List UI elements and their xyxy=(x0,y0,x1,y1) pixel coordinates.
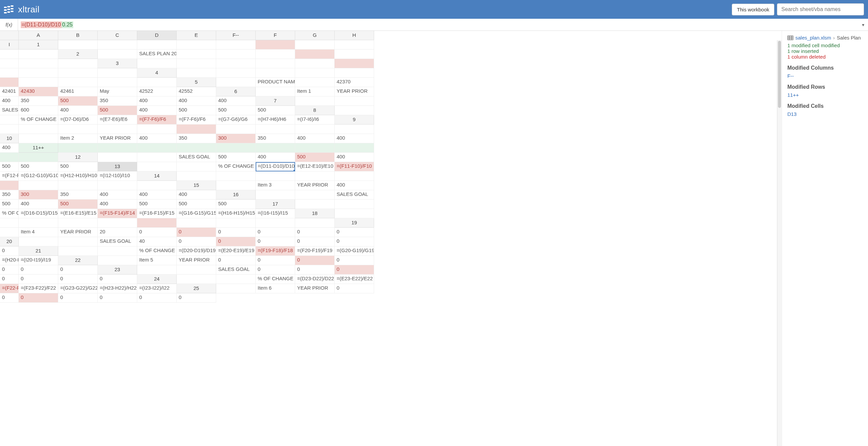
grid-cell[interactable] xyxy=(98,218,137,228)
row-header[interactable]: 1 xyxy=(19,40,58,50)
grid-cell[interactable] xyxy=(216,124,256,134)
grid-cell[interactable]: % OF CHANGE xyxy=(256,274,295,284)
row-header[interactable]: 18 xyxy=(295,209,335,218)
grid-cell[interactable]: 0 xyxy=(256,228,295,237)
grid-cell[interactable]: =(F16-F15)/F15 xyxy=(137,209,177,218)
grid-cell[interactable]: 500 xyxy=(58,96,98,106)
scrollbar-thumb[interactable] xyxy=(778,41,781,108)
grid-cell[interactable] xyxy=(177,162,216,172)
grid-cell[interactable] xyxy=(256,143,295,153)
grid-cell[interactable]: =(G12-G10)/G10 xyxy=(19,172,58,181)
grid-cell[interactable] xyxy=(137,124,177,134)
grid-cell[interactable]: 500 xyxy=(58,162,98,172)
grid-cell[interactable]: =(D23-D22)/D22 xyxy=(295,274,335,284)
grid-cell[interactable] xyxy=(98,68,137,78)
grid-cell[interactable]: =(I16-I15)/I15 xyxy=(256,209,295,218)
grid-cell[interactable]: 0 xyxy=(0,246,19,256)
grid-cell[interactable]: 400 xyxy=(177,96,216,106)
grid-cell[interactable]: 500 xyxy=(216,153,256,162)
grid-cell[interactable]: 350 xyxy=(19,96,58,106)
grid-cell[interactable] xyxy=(295,50,335,59)
grid-cell[interactable] xyxy=(256,68,295,78)
grid-cell[interactable]: 500 xyxy=(58,200,98,209)
grid-cell[interactable] xyxy=(19,218,58,228)
grid-cell[interactable]: 0 xyxy=(137,228,177,237)
grid-cell[interactable] xyxy=(256,124,295,134)
grid-cell[interactable] xyxy=(58,218,98,228)
row-header[interactable]: 7 xyxy=(256,96,295,106)
column-header[interactable]: A xyxy=(19,31,58,40)
grid-cell[interactable] xyxy=(98,143,137,153)
grid-cell[interactable]: 0 xyxy=(98,274,137,284)
grid-cell[interactable]: Item 1 xyxy=(295,87,335,96)
grid-cell[interactable] xyxy=(98,40,137,50)
grid-cell[interactable]: SALES PLAN 20 xyxy=(137,50,177,59)
grid-cell[interactable]: 42430 xyxy=(19,87,58,96)
grid-cell[interactable]: =(F15-F14)/F14 xyxy=(98,209,137,218)
grid-cell[interactable]: 400 xyxy=(137,134,177,143)
grid-cell[interactable]: Item 6 xyxy=(256,284,295,293)
grid-cell[interactable]: Item 5 xyxy=(137,256,177,265)
grid-cell[interactable] xyxy=(216,50,256,59)
grid-cell[interactable]: =(D16-D15)/D15 xyxy=(19,209,58,218)
row-header[interactable]: 9 xyxy=(335,115,374,124)
grid-cell[interactable] xyxy=(137,143,177,153)
grid-cell[interactable]: 0 xyxy=(335,228,374,237)
row-header[interactable]: 15 xyxy=(177,181,216,190)
grid-cell[interactable] xyxy=(58,143,98,153)
row-header[interactable]: 24 xyxy=(137,274,177,284)
grid-cell[interactable] xyxy=(295,59,335,68)
grid-cell[interactable] xyxy=(177,265,216,274)
grid-cell[interactable] xyxy=(58,40,98,50)
grid-cell[interactable] xyxy=(335,200,374,209)
grid-cell[interactable]: 350 xyxy=(0,190,19,200)
modified-row-link[interactable]: 11++ xyxy=(787,92,863,98)
grid-cell[interactable]: =(I12-I10)/I10 xyxy=(98,172,137,181)
grid-cell[interactable]: =(F23-F22)/F22 xyxy=(19,284,58,293)
grid-cell[interactable] xyxy=(0,50,19,59)
grid-cell[interactable] xyxy=(295,40,335,50)
grid-cell[interactable] xyxy=(216,59,256,68)
grid-cell[interactable] xyxy=(216,40,256,50)
grid-cell[interactable]: 0 xyxy=(295,256,335,265)
grid-cell[interactable] xyxy=(295,190,335,200)
grid-cell[interactable]: 0 xyxy=(137,293,177,303)
grid-cell[interactable]: 400 xyxy=(0,96,19,106)
grid-cell[interactable] xyxy=(137,218,177,228)
grid-cell[interactable]: =(F22-F21)/F21 xyxy=(0,284,19,293)
grid-cell[interactable]: =(H16-H15)/H15 xyxy=(216,209,256,218)
grid-cell[interactable] xyxy=(335,124,374,134)
grid-cell[interactable]: =(H23-H22)/H22 xyxy=(98,284,137,293)
grid-cell[interactable] xyxy=(335,209,374,218)
grid-cell[interactable]: 0 xyxy=(335,265,374,274)
grid-cell[interactable]: =(H20-H19)/H19 xyxy=(0,256,19,265)
grid-cell[interactable]: 0 xyxy=(295,265,335,274)
grid-cell[interactable] xyxy=(177,218,216,228)
grid-cell[interactable]: 500 xyxy=(0,162,19,172)
grid-cell[interactable] xyxy=(0,153,19,162)
grid-cell[interactable]: May xyxy=(98,87,137,96)
grid-cell[interactable] xyxy=(58,181,98,190)
row-header[interactable]: 14 xyxy=(137,172,177,181)
grid-cell[interactable] xyxy=(335,50,374,59)
grid-cell[interactable] xyxy=(335,172,374,181)
grid-cell[interactable] xyxy=(98,124,137,134)
grid-cell[interactable]: 400 xyxy=(137,106,177,115)
grid-cell[interactable]: 500 xyxy=(98,106,137,115)
grid-cell[interactable]: 500 xyxy=(295,153,335,162)
column-header[interactable]: F xyxy=(256,31,295,40)
grid-cell[interactable] xyxy=(256,40,295,50)
grid-cell[interactable]: % OF CHANGE xyxy=(216,162,256,172)
grid-cell[interactable] xyxy=(335,96,374,106)
grid-cell[interactable]: =(E23-E22)/E22 xyxy=(335,274,374,284)
grid-cell[interactable]: =(F20-F19)/F19 xyxy=(295,246,335,256)
grid-cell[interactable]: 400 xyxy=(137,190,177,200)
grid-cell[interactable]: =(H7-H6)/H6 xyxy=(256,115,295,124)
grid-cell[interactable]: 500 xyxy=(216,200,256,209)
brand-logo[interactable]: xltrail xyxy=(4,4,39,15)
grid-cell[interactable]: SALES GOAL xyxy=(216,265,256,274)
grid-corner[interactable] xyxy=(0,31,19,40)
grid-cell[interactable] xyxy=(137,162,177,172)
grid-cell[interactable]: YEAR PRIOR xyxy=(295,284,335,293)
column-header[interactable]: G xyxy=(295,31,335,40)
